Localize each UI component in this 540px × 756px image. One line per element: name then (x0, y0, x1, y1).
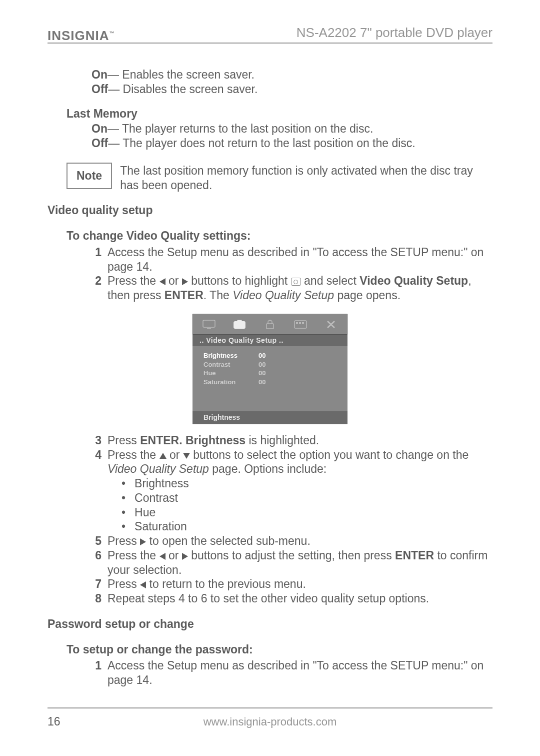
s5a: Press (108, 534, 140, 547)
opt-hue: Hue (122, 505, 492, 520)
note-block: Note The last position memory function i… (66, 163, 492, 193)
step-8: 8 Repeat steps 4 to 6 to set the other v… (92, 591, 492, 606)
step-4: 4 Press the or buttons to select the opt… (92, 448, 492, 534)
vqs-heading: Video quality setup (48, 203, 492, 218)
osd-tab-lock-icon (256, 316, 284, 332)
s6a: Press the (108, 549, 160, 562)
lm-desc-off: — The player does not return to the last… (108, 136, 416, 151)
note-text: The last position memory function is onl… (120, 163, 492, 193)
lm-term-off: Off (92, 136, 108, 151)
screensaver-on: On — Enables the screen saver. (92, 68, 492, 82)
osd-row: Contrast00 (204, 360, 336, 369)
s6d: ENTER (395, 549, 434, 562)
right-arrow-icon (140, 538, 146, 545)
svg-rect-0 (203, 320, 215, 327)
left-arrow-icon (160, 278, 166, 285)
step-5: 5 Press to open the selected sub-menu. (92, 534, 492, 548)
osd-row-label: Saturation (204, 378, 258, 387)
last-memory-heading: Last Memory (66, 107, 492, 121)
s2d: and select (301, 274, 360, 287)
note-label: Note (66, 163, 112, 189)
desc-off: — Disables the screen saver. (108, 82, 258, 97)
term-on: On (92, 68, 108, 82)
s2c: buttons to highlight (188, 274, 291, 287)
osd-row-label: Brightness (204, 351, 258, 360)
svg-rect-9 (302, 322, 304, 324)
up-arrow-icon (160, 453, 166, 459)
s3a: Press (108, 434, 140, 447)
step-1-text: Access the Setup menu as described in "T… (108, 245, 492, 274)
osd-tab-bar (192, 314, 348, 335)
osd-tab-preference-icon (286, 316, 314, 332)
s3c: is highlighted. (246, 434, 319, 447)
opt-contrast: Contrast (122, 491, 492, 505)
s6b: or (166, 549, 182, 562)
s4d: Video Quality Setup (108, 462, 209, 475)
page-content: On — Enables the screen saver. Off — Dis… (48, 68, 492, 687)
osd-tab-camera-icon (226, 316, 254, 332)
step-6: 6 Press the or buttons to adjust the set… (92, 548, 492, 577)
footer-url: www.insignia-products.com (204, 715, 337, 728)
s8a: Repeat steps 4 to 6 to set the other vid… (108, 591, 492, 606)
s4b: or (166, 448, 183, 461)
osd-tab-close-icon (316, 316, 345, 332)
page-header: INSIGNIA™ NS-A2202 7" portable DVD playe… (48, 25, 492, 44)
osd-row-value: 00 (258, 351, 266, 360)
osd-row-value: 00 (258, 360, 266, 369)
svg-rect-8 (299, 322, 301, 324)
pwd-heading: Password setup or change (48, 617, 492, 631)
s2g: ENTER (164, 289, 204, 302)
s6c: buttons to adjust the setting, then pres… (188, 549, 395, 562)
opt-brightness: Brightness (122, 476, 492, 491)
right-arrow-icon (182, 553, 188, 560)
svg-rect-7 (296, 322, 298, 324)
video-icon (291, 278, 301, 286)
pwd-subheading: To setup or change the password: (66, 642, 492, 657)
s2b: or (166, 274, 182, 287)
osd-footer: Brightness (192, 411, 348, 424)
step-3: 3 Press ENTER. Brightness is highlighted… (92, 433, 492, 448)
desc-on: — Enables the screen saver. (108, 68, 254, 82)
step-2: 2 Press the or buttons to highlight and … (92, 274, 492, 303)
svg-rect-5 (266, 324, 274, 329)
lastmem-off: Off — The player does not return to the … (92, 136, 492, 151)
osd-body: Brightness00 Contrast00 Hue00 Saturation… (192, 346, 348, 411)
s3b: ENTER. Brightness (140, 434, 246, 447)
s4e: page. Options include: (209, 462, 326, 475)
page-footer: www.insignia-products.com (48, 707, 492, 728)
left-arrow-icon (160, 553, 166, 560)
s2a: Press the (108, 274, 160, 287)
left-arrow-icon (140, 581, 146, 588)
screensaver-off: Off — Disables the screen saver. (92, 82, 492, 97)
brand-text: INSIGNIA (48, 28, 110, 43)
svg-point-3 (238, 323, 242, 327)
opt-saturation: Saturation (122, 519, 492, 534)
pwd-s1-text: Access the Setup menu as described in "T… (108, 658, 492, 687)
osd-row-label: Contrast (204, 360, 258, 369)
vqs-subheading: To change Video Quality settings: (66, 229, 492, 243)
down-arrow-icon (183, 453, 190, 459)
step-7: 7 Press to return to the previous menu. (92, 577, 492, 591)
osd-row: Brightness00 (204, 351, 336, 360)
s2e: Video Quality Setup (360, 274, 468, 287)
right-arrow-icon (182, 278, 188, 285)
osd-row: Hue00 (204, 369, 336, 378)
osd-tab-monitor-icon (195, 316, 224, 332)
term-off: Off (92, 82, 108, 97)
lm-desc-on: — The player returns to the last positio… (108, 122, 373, 136)
page-number: 16 (48, 708, 60, 728)
s2j: page opens. (334, 289, 400, 302)
svg-rect-4 (238, 320, 242, 322)
s7b: to return to the previous menu. (146, 577, 306, 590)
osd-row: Saturation00 (204, 378, 336, 387)
s4a: Press the (108, 448, 160, 461)
brand-logo: INSIGNIA™ (48, 28, 115, 44)
osd-title: .. Video Quality Setup .. (192, 335, 348, 347)
s2i: Video Quality Setup (232, 289, 334, 302)
step-1: 1 Access the Setup menu as described in … (92, 245, 492, 274)
s2h: . The (204, 289, 232, 302)
osd-row-value: 00 (258, 369, 266, 378)
s5b: to open the selected sub-menu. (146, 534, 310, 547)
lastmem-on: On — The player returns to the last posi… (92, 122, 492, 136)
s4c: buttons to select the option you want to… (190, 448, 469, 461)
